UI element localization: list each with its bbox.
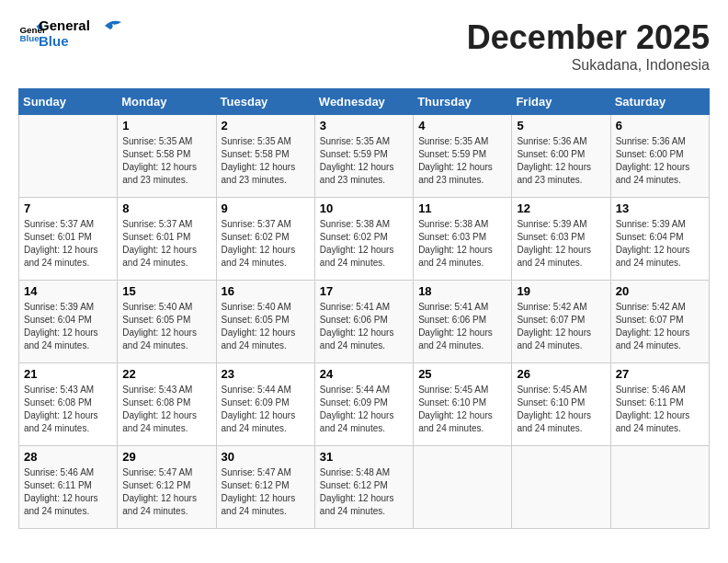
calendar-cell: 29Sunrise: 5:47 AM Sunset: 6:12 PM Dayli… xyxy=(118,446,216,529)
day-info: Sunrise: 5:39 AM Sunset: 6:04 PM Dayligh… xyxy=(616,218,704,270)
day-number: 14 xyxy=(24,284,112,298)
calendar-cell: 23Sunrise: 5:44 AM Sunset: 6:09 PM Dayli… xyxy=(216,363,314,446)
day-number: 8 xyxy=(122,201,210,215)
day-number: 3 xyxy=(320,119,408,132)
month-title: December 2025 xyxy=(467,18,710,57)
calendar-cell: 31Sunrise: 5:48 AM Sunset: 6:12 PM Dayli… xyxy=(314,446,413,529)
calendar-cell xyxy=(610,446,709,529)
day-number: 10 xyxy=(320,201,408,215)
week-row-5: 28Sunrise: 5:46 AM Sunset: 6:11 PM Dayli… xyxy=(19,446,710,529)
weekday-header-thursday: Thursday xyxy=(414,89,512,115)
day-info: Sunrise: 5:42 AM Sunset: 6:07 PM Dayligh… xyxy=(517,301,605,352)
calendar-cell: 17Sunrise: 5:41 AM Sunset: 6:06 PM Dayli… xyxy=(314,281,413,363)
calendar-cell: 15Sunrise: 5:40 AM Sunset: 6:05 PM Dayli… xyxy=(118,281,216,363)
calendar-cell: 4Sunrise: 5:35 AM Sunset: 5:59 PM Daylig… xyxy=(414,115,512,198)
day-number: 31 xyxy=(320,450,408,464)
day-info: Sunrise: 5:37 AM Sunset: 6:02 PM Dayligh… xyxy=(222,218,310,270)
day-info: Sunrise: 5:35 AM Sunset: 5:58 PM Dayligh… xyxy=(222,135,310,187)
day-number: 18 xyxy=(418,284,506,298)
day-number: 16 xyxy=(222,284,310,298)
calendar-cell: 11Sunrise: 5:38 AM Sunset: 6:03 PM Dayli… xyxy=(414,198,512,281)
logo-blue: Blue xyxy=(39,34,90,50)
calendar-cell: 27Sunrise: 5:46 AM Sunset: 6:11 PM Dayli… xyxy=(610,363,709,446)
day-number: 22 xyxy=(122,367,210,381)
day-info: Sunrise: 5:44 AM Sunset: 6:09 PM Dayligh… xyxy=(320,384,408,435)
day-info: Sunrise: 5:36 AM Sunset: 6:00 PM Dayligh… xyxy=(517,135,605,187)
week-row-3: 14Sunrise: 5:39 AM Sunset: 6:04 PM Dayli… xyxy=(19,281,710,363)
header: General Blue General Blue December 2025 … xyxy=(18,18,710,74)
day-number: 11 xyxy=(418,201,506,215)
calendar-cell: 7Sunrise: 5:37 AM Sunset: 6:01 PM Daylig… xyxy=(19,198,118,281)
calendar-cell: 28Sunrise: 5:46 AM Sunset: 6:11 PM Dayli… xyxy=(19,446,118,529)
day-info: Sunrise: 5:47 AM Sunset: 6:12 PM Dayligh… xyxy=(222,466,310,518)
title-section: December 2025 Sukadana, Indonesia xyxy=(467,18,710,74)
day-number: 29 xyxy=(122,450,210,464)
day-number: 7 xyxy=(24,201,112,215)
calendar-cell: 19Sunrise: 5:42 AM Sunset: 6:07 PM Dayli… xyxy=(512,281,610,363)
calendar-cell: 24Sunrise: 5:44 AM Sunset: 6:09 PM Dayli… xyxy=(314,363,413,446)
calendar-cell: 26Sunrise: 5:45 AM Sunset: 6:10 PM Dayli… xyxy=(512,363,610,446)
calendar-cell: 30Sunrise: 5:47 AM Sunset: 6:12 PM Dayli… xyxy=(216,446,314,529)
day-number: 26 xyxy=(517,367,605,381)
calendar-cell: 2Sunrise: 5:35 AM Sunset: 5:58 PM Daylig… xyxy=(216,115,314,198)
day-info: Sunrise: 5:40 AM Sunset: 6:05 PM Dayligh… xyxy=(122,301,210,352)
day-number: 28 xyxy=(24,450,112,464)
day-info: Sunrise: 5:46 AM Sunset: 6:11 PM Dayligh… xyxy=(616,384,704,435)
day-info: Sunrise: 5:41 AM Sunset: 6:06 PM Dayligh… xyxy=(320,301,408,352)
calendar-cell: 1Sunrise: 5:35 AM Sunset: 5:58 PM Daylig… xyxy=(118,115,216,198)
logo: General Blue General Blue xyxy=(18,18,123,49)
calendar-table: SundayMondayTuesdayWednesdayThursdayFrid… xyxy=(18,88,710,529)
weekday-header-saturday: Saturday xyxy=(610,89,709,115)
calendar-cell xyxy=(414,446,512,529)
calendar-cell: 20Sunrise: 5:42 AM Sunset: 6:07 PM Dayli… xyxy=(610,281,709,363)
day-number: 27 xyxy=(616,367,704,381)
calendar-cell: 3Sunrise: 5:35 AM Sunset: 5:59 PM Daylig… xyxy=(314,115,413,198)
calendar-cell: 12Sunrise: 5:39 AM Sunset: 6:03 PM Dayli… xyxy=(512,198,610,281)
weekday-header-monday: Monday xyxy=(118,89,216,115)
week-row-4: 21Sunrise: 5:43 AM Sunset: 6:08 PM Dayli… xyxy=(19,363,710,446)
day-info: Sunrise: 5:35 AM Sunset: 5:58 PM Dayligh… xyxy=(122,135,210,187)
calendar-body: 1Sunrise: 5:35 AM Sunset: 5:58 PM Daylig… xyxy=(19,115,710,529)
day-info: Sunrise: 5:41 AM Sunset: 6:06 PM Dayligh… xyxy=(418,301,506,352)
day-number: 30 xyxy=(222,450,310,464)
day-number: 5 xyxy=(517,119,605,132)
weekday-header-friday: Friday xyxy=(512,89,610,115)
calendar-cell: 8Sunrise: 5:37 AM Sunset: 6:01 PM Daylig… xyxy=(118,198,216,281)
day-info: Sunrise: 5:43 AM Sunset: 6:08 PM Dayligh… xyxy=(122,384,210,435)
calendar-cell: 9Sunrise: 5:37 AM Sunset: 6:02 PM Daylig… xyxy=(216,198,314,281)
day-info: Sunrise: 5:47 AM Sunset: 6:12 PM Dayligh… xyxy=(122,466,210,518)
day-info: Sunrise: 5:44 AM Sunset: 6:09 PM Dayligh… xyxy=(222,384,310,435)
day-number: 9 xyxy=(222,201,310,215)
logo-general: General xyxy=(39,18,90,34)
day-number: 24 xyxy=(320,367,408,381)
day-info: Sunrise: 5:37 AM Sunset: 6:01 PM Dayligh… xyxy=(122,218,210,270)
calendar-cell: 14Sunrise: 5:39 AM Sunset: 6:04 PM Dayli… xyxy=(19,281,118,363)
weekday-header-row: SundayMondayTuesdayWednesdayThursdayFrid… xyxy=(19,89,710,115)
week-row-2: 7Sunrise: 5:37 AM Sunset: 6:01 PM Daylig… xyxy=(19,198,710,281)
day-number: 12 xyxy=(517,201,605,215)
calendar-cell: 16Sunrise: 5:40 AM Sunset: 6:05 PM Dayli… xyxy=(216,281,314,363)
day-info: Sunrise: 5:45 AM Sunset: 6:10 PM Dayligh… xyxy=(418,384,506,435)
day-number: 6 xyxy=(616,119,704,132)
day-info: Sunrise: 5:38 AM Sunset: 6:02 PM Dayligh… xyxy=(320,218,408,270)
location-subtitle: Sukadana, Indonesia xyxy=(467,57,710,74)
day-number: 23 xyxy=(222,367,310,381)
day-number: 25 xyxy=(418,367,506,381)
calendar-cell: 13Sunrise: 5:39 AM Sunset: 6:04 PM Dayli… xyxy=(610,198,709,281)
svg-text:Blue: Blue xyxy=(19,33,40,43)
week-row-1: 1Sunrise: 5:35 AM Sunset: 5:58 PM Daylig… xyxy=(19,115,710,198)
weekday-header-wednesday: Wednesday xyxy=(314,89,413,115)
calendar-cell xyxy=(512,446,610,529)
calendar-cell: 5Sunrise: 5:36 AM Sunset: 6:00 PM Daylig… xyxy=(512,115,610,198)
day-info: Sunrise: 5:37 AM Sunset: 6:01 PM Dayligh… xyxy=(24,218,112,270)
weekday-header-sunday: Sunday xyxy=(19,89,118,115)
day-info: Sunrise: 5:46 AM Sunset: 6:11 PM Dayligh… xyxy=(24,466,112,518)
day-info: Sunrise: 5:39 AM Sunset: 6:03 PM Dayligh… xyxy=(517,218,605,270)
calendar-cell: 22Sunrise: 5:43 AM Sunset: 6:08 PM Dayli… xyxy=(118,363,216,446)
calendar-cell: 21Sunrise: 5:43 AM Sunset: 6:08 PM Dayli… xyxy=(19,363,118,446)
day-number: 13 xyxy=(616,201,704,215)
day-number: 17 xyxy=(320,284,408,298)
day-info: Sunrise: 5:45 AM Sunset: 6:10 PM Dayligh… xyxy=(517,384,605,435)
calendar-cell: 6Sunrise: 5:36 AM Sunset: 6:00 PM Daylig… xyxy=(610,115,709,198)
day-info: Sunrise: 5:36 AM Sunset: 6:00 PM Dayligh… xyxy=(616,135,704,187)
